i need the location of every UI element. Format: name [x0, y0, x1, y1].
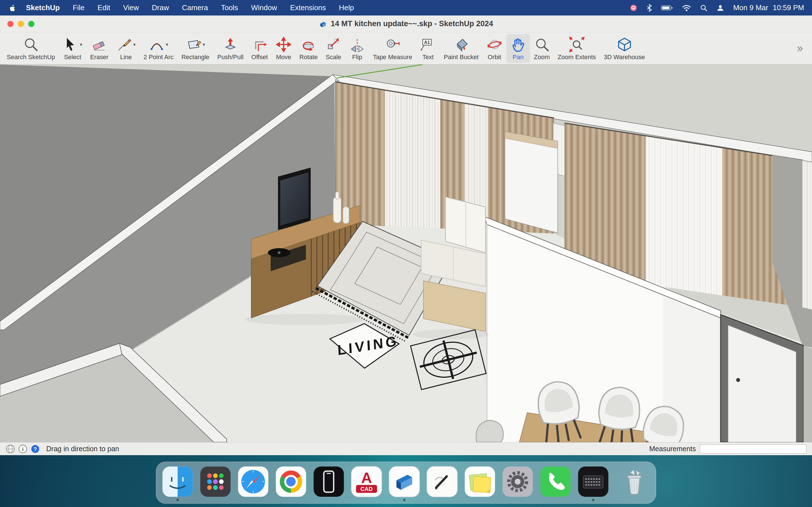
- tool-offset[interactable]: Offset: [248, 34, 272, 63]
- system-settings-icon: [502, 466, 534, 497]
- dock-item-stickies[interactable]: [464, 466, 496, 501]
- svg-text:CAD: CAD: [361, 486, 373, 492]
- line-pencil-icon: [116, 37, 132, 52]
- close-button[interactable]: [7, 21, 13, 27]
- apple-menu[interactable]: [8, 4, 15, 12]
- measurements-input[interactable]: [700, 445, 806, 453]
- help-icon[interactable]: ?: [31, 444, 40, 454]
- zoom-extents-icon: [569, 36, 585, 53]
- minimize-button[interactable]: [18, 21, 24, 27]
- menu-window[interactable]: Window: [251, 3, 277, 12]
- dock-item-launchpad[interactable]: [200, 466, 231, 501]
- menu-bar: SketchUp File Edit View Draw Camera Tool…: [0, 0, 812, 15]
- tool-3d-warehouse[interactable]: 3D Warehouse: [600, 34, 649, 63]
- curtain-edge-right[interactable]: [802, 161, 812, 309]
- menu-draw[interactable]: Draw: [152, 3, 169, 12]
- tool-pan[interactable]: Pan: [506, 34, 530, 63]
- dock-item-safari[interactable]: [238, 466, 269, 501]
- dock-item-autocad[interactable]: ACAD: [351, 466, 382, 501]
- scale-icon: [326, 36, 342, 53]
- dock: ACAD: [156, 462, 656, 504]
- info-icon[interactable]: i: [18, 444, 28, 454]
- zoom-icon: [534, 36, 550, 53]
- tool-tape-measure[interactable]: Tape Measure: [369, 34, 416, 63]
- menu-edit[interactable]: Edit: [98, 3, 110, 12]
- screen-mirroring-icon[interactable]: [629, 4, 638, 12]
- rectangle-icon: [186, 37, 202, 52]
- dock-item-phone[interactable]: [540, 466, 571, 501]
- pan-hand-icon: [510, 36, 526, 53]
- tool-zoom-extents[interactable]: Zoom Extents: [554, 34, 600, 63]
- line-dropdown-caret[interactable]: ▾: [133, 42, 136, 47]
- door-handle: [736, 378, 740, 382]
- menu-help[interactable]: Help: [339, 3, 354, 12]
- menu-app-name[interactable]: SketchUp: [26, 3, 60, 12]
- tool-eraser[interactable]: Eraser: [86, 34, 112, 63]
- tool-line[interactable]: ▾ Line: [112, 34, 140, 63]
- toolbar-overflow-button[interactable]: »: [797, 42, 809, 54]
- tool-orbit[interactable]: Orbit: [483, 34, 506, 63]
- tool-rectangle[interactable]: ▾ Rectangle: [177, 34, 213, 63]
- select-dropdown-caret[interactable]: ▾: [80, 42, 82, 47]
- tool-text[interactable]: A1 Text: [416, 34, 440, 63]
- window-controls: [7, 21, 35, 27]
- bluetooth-icon[interactable]: [646, 4, 652, 12]
- dock-item-drawing-app[interactable]: [426, 466, 458, 501]
- apple-icon: [8, 4, 15, 12]
- tool-push-pull[interactable]: Push/Pull: [213, 34, 248, 63]
- menu-tools[interactable]: Tools: [221, 3, 238, 12]
- menubar-clock[interactable]: Mon 9 Mar 10:59 PM: [733, 3, 804, 12]
- status-hint: Drag in direction to pan: [46, 445, 119, 453]
- tool-2-point-arc[interactable]: ▾ 2 Point Arc: [140, 34, 177, 63]
- tool-search-sketchup[interactable]: Search SketchUp: [3, 34, 59, 63]
- sketchup-document-icon: [319, 20, 327, 28]
- chrome-icon: [275, 466, 307, 497]
- tool-paint-bucket[interactable]: Paint Bucket: [440, 34, 483, 63]
- zoom-window-button[interactable]: [28, 21, 35, 27]
- rectangle-dropdown-caret[interactable]: ▾: [203, 42, 205, 47]
- launchpad-icon: [200, 466, 231, 497]
- sketchup-icon: [389, 466, 420, 497]
- dock-item-finder[interactable]: [162, 466, 193, 501]
- dock-item-app-window[interactable]: [577, 466, 609, 501]
- flip-icon: [349, 36, 365, 53]
- measurements-label: Measurements: [649, 445, 696, 453]
- tool-zoom[interactable]: Zoom: [530, 34, 554, 63]
- battery-icon[interactable]: [661, 4, 673, 12]
- select-cursor-icon: [63, 37, 79, 52]
- wall-right-of-door[interactable]: [804, 346, 812, 442]
- model-scene[interactable]: LIVING: [0, 64, 812, 442]
- dock-item-chrome[interactable]: [275, 466, 307, 501]
- user-account-icon[interactable]: [716, 4, 725, 12]
- tool-scale[interactable]: Scale: [322, 34, 345, 63]
- menu-extensions[interactable]: Extensions: [290, 3, 326, 12]
- tool-flip[interactable]: Flip: [345, 34, 369, 63]
- iphone-mirroring-icon: [313, 466, 345, 497]
- running-indicator: [403, 499, 405, 501]
- menu-file[interactable]: File: [73, 3, 85, 12]
- push-pull-icon: [222, 36, 238, 53]
- phone-icon: [540, 466, 571, 497]
- tool-move[interactable]: Move: [272, 34, 296, 63]
- geolocation-icon[interactable]: [6, 444, 15, 454]
- svg-text:A: A: [361, 469, 372, 486]
- wifi-icon[interactable]: [682, 4, 691, 12]
- menu-camera[interactable]: Camera: [182, 3, 208, 12]
- orbit-icon: [487, 36, 502, 53]
- spotlight-search-icon[interactable]: [700, 4, 708, 12]
- rotate-icon: [301, 36, 316, 53]
- arc-dropdown-caret[interactable]: ▾: [166, 42, 168, 47]
- dock-item-sketchup[interactable]: [389, 466, 420, 501]
- dock-item-iphone-mirroring[interactable]: [313, 466, 345, 501]
- tool-rotate[interactable]: Rotate: [296, 34, 322, 63]
- paint-bucket-icon: [453, 36, 469, 53]
- model-viewport[interactable]: LIVING: [0, 64, 812, 442]
- wall-tv[interactable]: [278, 168, 311, 230]
- dock-item-system-settings[interactable]: [502, 466, 534, 501]
- tool-select[interactable]: ▾ Select: [59, 34, 86, 63]
- dock-item-trash[interactable]: [619, 466, 650, 501]
- arc-icon: [149, 37, 165, 52]
- menu-view[interactable]: View: [123, 3, 139, 12]
- window-title-bar[interactable]: 14 MT kitchen update~~.skp - SketchUp 20…: [0, 15, 812, 33]
- text-icon: A1: [420, 36, 436, 53]
